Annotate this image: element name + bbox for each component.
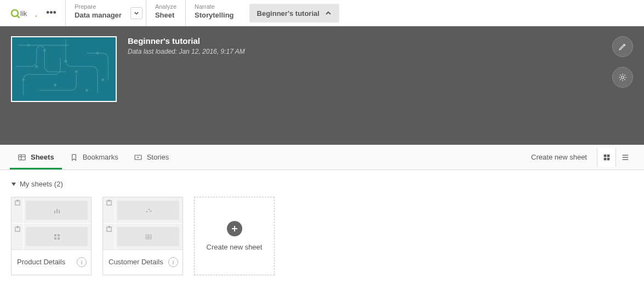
create-new-sheet-card[interactable]: Create new sheet: [194, 197, 275, 275]
sheet-title: Product Details: [17, 258, 65, 266]
svg-point-8: [64, 60, 67, 63]
sheets-icon: [18, 153, 26, 162]
create-new-sheet-link[interactable]: Create new sheet: [531, 153, 587, 161]
svg-point-3: [36, 15, 37, 17]
stories-icon: [134, 153, 143, 162]
svg-point-12: [86, 89, 88, 92]
svg-point-11: [54, 84, 56, 87]
app-hero: Beginner's tutorial Data last loaded: Ja…: [0, 26, 644, 145]
svg-rect-20: [607, 154, 609, 157]
nav-narrate-label: Storytelling: [195, 11, 234, 19]
sheet-card-customer-details[interactable]: Customer Details i: [102, 197, 183, 275]
svg-rect-30: [59, 210, 60, 213]
export-mini-icon: [103, 224, 115, 250]
nav-analyze-kicker: Analyze: [155, 3, 176, 10]
bar-chart-mini: [26, 201, 88, 220]
grid-icon: [602, 153, 611, 162]
nav-narrate[interactable]: Narrate Storytelling: [185, 0, 243, 26]
sheet-preview: [12, 197, 91, 250]
svg-line-1: [17, 15, 19, 18]
app-subtitle: Data last loaded: Jan 12, 2016, 9:17 AM: [128, 48, 245, 55]
svg-point-5: [27, 44, 30, 47]
plus-icon: [227, 221, 242, 236]
svg-rect-34: [54, 237, 56, 240]
hero-actions: [612, 36, 633, 88]
sheet-footer: Product Details i: [12, 250, 91, 274]
chevron-down-icon: [134, 10, 139, 16]
sheets-area: My sheets (2): [0, 170, 644, 285]
gear-icon: [618, 72, 628, 82]
svg-rect-21: [603, 157, 606, 160]
app-title: Beginner's tutorial: [128, 36, 245, 46]
svg-rect-4: [13, 37, 115, 101]
nav-prepare-caret[interactable]: [130, 7, 143, 19]
svg-point-37: [146, 211, 147, 212]
qlik-logo: lik: [10, 7, 38, 20]
app-hero-text: Beginner's tutorial Data last loaded: Ja…: [128, 36, 245, 55]
nav-analyze-label: Sheet: [155, 11, 176, 19]
sheet-title: Customer Details: [109, 258, 163, 266]
svg-rect-16: [19, 155, 25, 160]
settings-button[interactable]: [612, 67, 633, 88]
svg-point-13: [22, 78, 25, 81]
create-new-sheet-card-label: Create new sheet: [207, 243, 263, 251]
sheet-preview: [103, 197, 183, 250]
svg-point-39: [150, 210, 151, 212]
pencil-icon: [618, 42, 628, 52]
bookmark-icon: [70, 153, 78, 162]
info-icon[interactable]: i: [77, 257, 87, 267]
tab-bookmarks[interactable]: Bookmarks: [62, 145, 126, 169]
sheet-footer: Customer Details i: [103, 250, 183, 274]
svg-rect-28: [54, 211, 55, 213]
app-thumbnail: [11, 36, 117, 102]
edit-button[interactable]: [612, 36, 633, 57]
svg-rect-22: [607, 157, 609, 160]
list-icon: [621, 153, 630, 162]
sheet-card-product-details[interactable]: Product Details i: [11, 197, 92, 275]
view-list-button[interactable]: [615, 148, 634, 167]
my-sheets-group-label: My sheets (2): [20, 180, 63, 188]
svg-marker-18: [137, 156, 139, 158]
tab-bookmarks-label: Bookmarks: [83, 153, 118, 161]
export-mini-icon: [103, 197, 115, 223]
nav-analyze[interactable]: Analyze Sheet: [146, 0, 185, 26]
svg-rect-33: [58, 234, 60, 236]
nav-prepare-label: Data manager: [75, 11, 122, 19]
svg-point-10: [96, 52, 99, 55]
svg-rect-32: [54, 234, 56, 236]
grid-mini: [26, 227, 88, 246]
svg-rect-46: [232, 228, 237, 229]
svg-point-15: [622, 76, 624, 79]
tab-bar: Sheets Bookmarks Stories Create new shee…: [0, 145, 644, 170]
svg-point-9: [75, 70, 78, 73]
svg-point-14: [101, 78, 104, 81]
nav-prepare-kicker: Prepare: [75, 3, 122, 10]
svg-marker-26: [12, 183, 16, 186]
table-mini: [117, 227, 179, 246]
svg-text:lik: lik: [20, 9, 27, 18]
brand: lik •••: [0, 0, 65, 26]
tab-stories[interactable]: Stories: [126, 145, 176, 169]
svg-rect-35: [58, 237, 60, 240]
scatter-mini: [117, 201, 179, 220]
nav-narrate-kicker: Narrate: [195, 3, 234, 10]
nav-prepare[interactable]: Prepare Data manager: [65, 0, 146, 26]
svg-point-7: [35, 65, 38, 68]
nav-more-icon[interactable]: •••: [44, 5, 59, 21]
app-dropdown[interactable]: Beginner's tutorial: [249, 4, 339, 22]
export-mini-icon: [12, 197, 24, 223]
top-nav: lik ••• Prepare Data manager Analyze She…: [0, 0, 644, 26]
sheet-cards: Product Details i: [11, 197, 633, 275]
export-mini-icon: [12, 224, 24, 250]
tab-sheets[interactable]: Sheets: [10, 145, 62, 169]
chevron-up-icon: [325, 10, 332, 16]
tab-sheets-label: Sheets: [31, 153, 54, 161]
tab-stories-label: Stories: [147, 153, 169, 161]
info-icon[interactable]: i: [168, 257, 178, 267]
svg-rect-29: [56, 209, 58, 213]
svg-point-6: [43, 49, 46, 52]
triangle-down-icon: [11, 182, 16, 187]
svg-rect-19: [603, 154, 606, 157]
view-grid-button[interactable]: [597, 148, 615, 167]
my-sheets-group-header[interactable]: My sheets (2): [11, 180, 633, 188]
